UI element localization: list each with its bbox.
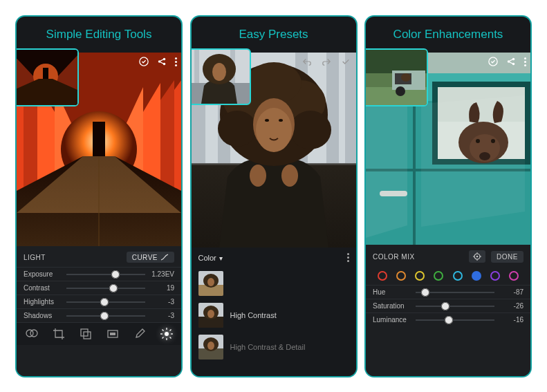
check-icon[interactable]	[139, 57, 149, 66]
panel-color-enhancements: Color Enhancements	[364, 15, 532, 377]
share-icon[interactable]	[157, 57, 167, 66]
svg-point-103	[476, 256, 479, 258]
slider-value: -3	[151, 312, 174, 319]
slider-value: 1.23EV	[151, 270, 174, 278]
slider-label: Hue	[373, 288, 410, 296]
more-icon[interactable]	[175, 57, 177, 66]
slider-label: Luminance	[373, 316, 410, 324]
color-swatch[interactable]	[396, 271, 406, 281]
frame-icon[interactable]	[106, 327, 120, 341]
svg-point-53	[256, 108, 292, 152]
color-swatch[interactable]	[434, 271, 443, 281]
slider-track[interactable]	[66, 271, 145, 278]
color-swatch[interactable]	[415, 271, 425, 281]
check-icon[interactable]	[488, 57, 498, 66]
slider-track[interactable]	[416, 303, 494, 310]
slider-value: -87	[500, 288, 523, 296]
crop-icon[interactable]	[52, 327, 66, 341]
svg-rect-28	[84, 332, 91, 339]
color-swatch[interactable]	[490, 271, 500, 281]
slider-track[interactable]	[66, 312, 145, 319]
color-mix-controls: COLOR MIX DONE Hue-87Saturation-26Lumina…	[366, 245, 530, 376]
undo-icon[interactable]	[302, 57, 312, 66]
svg-line-37	[169, 337, 171, 339]
preset-group-button[interactable]: Color▾	[198, 254, 223, 262]
color-swatch[interactable]	[472, 271, 481, 281]
before-thumbnail[interactable]	[190, 48, 251, 105]
svg-point-31	[165, 332, 169, 336]
stack-icon[interactable]	[79, 327, 93, 341]
slider-label: Exposure	[24, 270, 61, 278]
slider-value: -26	[500, 302, 523, 310]
preset-label: High Contrast	[230, 311, 277, 319]
before-thumbnail[interactable]	[15, 48, 79, 106]
svg-point-50	[218, 111, 257, 147]
panel-title: Easy Presets	[192, 17, 356, 48]
svg-point-51	[290, 111, 331, 149]
before-thumbnail[interactable]	[364, 48, 428, 106]
slider-track[interactable]	[66, 299, 145, 306]
photo-preview[interactable]	[192, 53, 356, 248]
svg-point-49	[246, 62, 302, 104]
target-adjust-button[interactable]	[469, 250, 485, 263]
preset-label: High Contrast & Detail	[230, 343, 306, 351]
svg-rect-30	[110, 333, 115, 335]
slider-shadows[interactable]: Shadows-3	[17, 308, 181, 322]
slider-luminance[interactable]: Luminance-16	[366, 312, 530, 326]
color-swatch[interactable]	[453, 271, 463, 281]
slider-hue[interactable]: Hue-87	[366, 285, 530, 299]
curve-button[interactable]: CURVE	[127, 252, 174, 263]
done-button[interactable]: DONE	[491, 251, 523, 263]
svg-line-38	[162, 337, 163, 339]
svg-rect-44	[326, 53, 339, 163]
slider-exposure[interactable]: Exposure1.23EV	[17, 267, 181, 281]
slider-label: Saturation	[373, 302, 410, 310]
light-controls: LIGHT CURVE Exposure1.23EVContrast19High…	[17, 246, 181, 376]
slider-track[interactable]	[66, 285, 145, 292]
accept-icon[interactable]	[341, 57, 351, 66]
photo-preview[interactable]	[17, 53, 181, 246]
chevron-down-icon: ▾	[219, 254, 223, 262]
svg-point-74	[207, 342, 214, 350]
slider-value: -16	[500, 316, 523, 324]
light-icon[interactable]	[160, 327, 174, 341]
svg-point-96	[401, 73, 411, 82]
svg-rect-92	[364, 50, 427, 73]
section-label: COLOR MIX	[373, 253, 415, 261]
panel-simple-editing: Simple Editing Tools	[15, 15, 183, 377]
preset-item[interactable]: High Contrast	[192, 299, 356, 331]
slider-contrast[interactable]: Contrast19	[17, 281, 181, 295]
slider-value: -3	[151, 298, 174, 306]
svg-rect-45	[345, 53, 356, 163]
svg-point-55	[279, 119, 283, 122]
color-swatch[interactable]	[509, 271, 519, 281]
svg-point-70	[207, 310, 214, 318]
color-picker-row	[366, 268, 530, 285]
panel-title: Simple Editing Tools	[17, 17, 181, 48]
preset-item[interactable]	[192, 268, 356, 299]
preset-thumbnail	[198, 303, 223, 328]
color-swatch[interactable]	[378, 271, 387, 281]
photo-preview[interactable]	[366, 53, 530, 245]
more-icon[interactable]	[524, 57, 526, 66]
svg-point-54	[265, 119, 269, 122]
svg-point-100	[512, 58, 515, 61]
slider-track[interactable]	[416, 289, 494, 296]
share-icon[interactable]	[506, 57, 516, 66]
filters-icon[interactable]	[25, 327, 39, 341]
slider-track[interactable]	[416, 317, 494, 324]
tool-bar	[17, 322, 181, 345]
dropper-icon[interactable]	[133, 327, 147, 341]
preset-thumbnail	[198, 335, 223, 360]
slider-highlights[interactable]: Highlights-3	[17, 295, 181, 308]
svg-line-36	[162, 330, 163, 331]
svg-point-56	[250, 165, 266, 187]
section-label: LIGHT	[24, 254, 46, 261]
svg-marker-89	[366, 94, 407, 238]
slider-label: Highlights	[24, 298, 61, 306]
slider-saturation[interactable]: Saturation-26	[366, 299, 530, 312]
redo-icon[interactable]	[322, 57, 331, 66]
preset-item[interactable]: High Contrast & Detail	[192, 331, 356, 363]
svg-marker-90	[421, 95, 525, 227]
more-icon[interactable]	[347, 253, 349, 262]
